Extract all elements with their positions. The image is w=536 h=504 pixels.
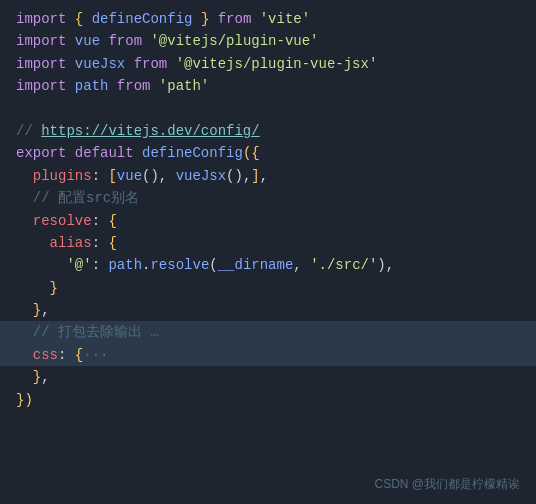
code-line: import vue from '@vitejs/plugin-vue': [0, 30, 536, 52]
code-line: import path from 'path': [0, 75, 536, 97]
code-line: },: [0, 366, 536, 388]
code-line: }): [0, 389, 536, 411]
code-line: resolve: {: [0, 210, 536, 232]
code-line: // https://vitejs.dev/config/: [0, 120, 536, 142]
code-line: }: [0, 277, 536, 299]
code-line: '@': path.resolve(__dirname, './src/'),: [0, 254, 536, 276]
code-line: },: [0, 299, 536, 321]
code-editor: import { defineConfig } from 'vite'impor…: [0, 0, 536, 504]
code-line: alias: {: [0, 232, 536, 254]
code-line: import vueJsx from '@vitejs/plugin-vue-j…: [0, 53, 536, 75]
code-line: [0, 98, 536, 120]
code-line: import { defineConfig } from 'vite': [0, 8, 536, 30]
code-line: css: {···: [0, 344, 536, 366]
code-line: // 配置src别名: [0, 187, 536, 209]
code-line: plugins: [vue(), vueJsx(),],: [0, 165, 536, 187]
watermark: CSDN @我们都是柠檬精诶: [374, 475, 520, 494]
code-line: // 打包去除输出 …: [0, 321, 536, 343]
code-line: export default defineConfig({: [0, 142, 536, 164]
